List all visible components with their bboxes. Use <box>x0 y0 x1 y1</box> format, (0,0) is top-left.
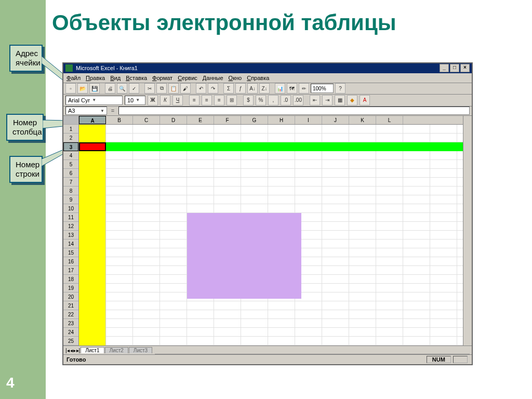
row-header[interactable]: 10 <box>63 204 78 213</box>
redo-icon[interactable]: ↷ <box>208 83 218 94</box>
menu-edit[interactable]: Правка <box>86 75 105 81</box>
row-header[interactable]: 7 <box>63 178 78 187</box>
selected-block[interactable] <box>187 213 301 299</box>
spell-icon[interactable]: ✓ <box>129 83 139 94</box>
column-header[interactable]: G <box>241 116 268 124</box>
inc-decimal-icon[interactable]: .0 <box>281 95 291 105</box>
column-header[interactable]: D <box>160 116 187 124</box>
undo-icon[interactable]: ↶ <box>196 83 206 94</box>
nav-last-icon[interactable]: ▸| <box>76 348 81 353</box>
row-header[interactable]: 18 <box>63 275 78 284</box>
name-box[interactable]: A3▼ <box>65 107 107 115</box>
menu-file[interactable]: Файл <box>66 75 81 81</box>
paste-icon[interactable]: 📋 <box>168 83 179 94</box>
equals-icon[interactable]: = <box>107 108 118 114</box>
cut-icon[interactable]: ✂ <box>144 83 155 94</box>
sheet-tab-1[interactable]: Лист1 <box>81 347 104 353</box>
nav-next-icon[interactable]: ▸ <box>73 348 76 353</box>
chart-icon[interactable]: 📊 <box>275 83 285 94</box>
underline-icon[interactable]: Ч <box>172 95 183 105</box>
row-header[interactable]: 20 <box>63 292 78 301</box>
column-header[interactable]: E <box>187 116 214 124</box>
map-icon[interactable]: 🗺 <box>287 83 297 94</box>
menu-tools[interactable]: Сервис <box>178 75 197 81</box>
column-header[interactable]: C <box>133 116 160 124</box>
row-header[interactable]: 12 <box>63 222 78 231</box>
row-header[interactable]: 22 <box>63 310 78 319</box>
column-header[interactable]: L <box>376 116 403 124</box>
row-header[interactable]: 4 <box>63 151 78 160</box>
close-button[interactable]: × <box>460 64 470 72</box>
font-combo[interactable]: Arial Cyr▼ <box>65 96 123 105</box>
menu-view[interactable]: Вид <box>110 75 121 81</box>
row-header[interactable]: 25 <box>63 337 78 345</box>
print-icon[interactable]: 🖨 <box>105 83 115 94</box>
bold-icon[interactable]: Ж <box>148 95 158 105</box>
format-painter-icon[interactable]: 🖌 <box>180 83 191 94</box>
column-header[interactable]: H <box>268 116 295 124</box>
menu-insert[interactable]: Вставка <box>126 75 147 81</box>
row-header[interactable]: 14 <box>63 240 78 248</box>
borders-icon[interactable]: ▦ <box>335 95 345 105</box>
active-cell[interactable] <box>79 142 106 151</box>
italic-icon[interactable]: К <box>160 95 170 105</box>
comma-icon[interactable]: , <box>268 95 278 105</box>
row-header[interactable]: 16 <box>63 257 78 266</box>
column-header[interactable]: A <box>79 116 106 124</box>
open-icon[interactable]: 📂 <box>77 83 88 94</box>
row-header[interactable]: 6 <box>63 169 78 178</box>
new-icon[interactable]: ▫ <box>65 83 76 94</box>
nav-first-icon[interactable]: |◂ <box>65 348 70 353</box>
align-right-icon[interactable]: ≡ <box>214 95 224 105</box>
font-color-icon[interactable]: A <box>360 95 370 105</box>
menu-format[interactable]: Формат <box>152 75 172 81</box>
align-left-icon[interactable]: ≡ <box>189 95 200 105</box>
align-center-icon[interactable]: ≡ <box>202 95 212 105</box>
row-header[interactable]: 24 <box>63 328 78 337</box>
dec-decimal-icon[interactable]: .00 <box>293 95 303 105</box>
fx-icon[interactable]: ƒ <box>235 83 246 94</box>
column-header[interactable]: F <box>214 116 241 124</box>
nav-prev-icon[interactable]: ◂ <box>70 348 73 353</box>
dec-indent-icon[interactable]: ⇤ <box>310 95 320 105</box>
zoom-combo[interactable]: 100% <box>311 84 334 93</box>
row-header[interactable]: 19 <box>63 284 78 292</box>
help-icon[interactable]: ? <box>335 83 345 94</box>
row-header[interactable]: 5 <box>63 160 78 169</box>
fill-color-icon[interactable]: ◆ <box>347 95 357 105</box>
sort-desc-icon[interactable]: Z↓ <box>259 83 270 94</box>
row-header[interactable]: 11 <box>63 213 78 222</box>
copy-icon[interactable]: ⧉ <box>156 83 167 94</box>
row-header[interactable]: 23 <box>63 319 78 328</box>
formula-input[interactable] <box>118 107 470 115</box>
currency-icon[interactable]: $ <box>243 95 254 105</box>
cells-area[interactable] <box>79 125 463 345</box>
row-header[interactable]: 21 <box>63 301 78 310</box>
column-header[interactable]: I <box>295 116 322 124</box>
column-header[interactable]: K <box>349 116 376 124</box>
menu-data[interactable]: Данные <box>203 75 223 81</box>
row-header[interactable]: 8 <box>63 187 78 195</box>
preview-icon[interactable]: 🔍 <box>117 83 127 94</box>
inc-indent-icon[interactable]: ⇥ <box>322 95 332 105</box>
sort-asc-icon[interactable]: A↓ <box>247 83 258 94</box>
maximize-button[interactable]: □ <box>450 64 459 72</box>
drawing-icon[interactable]: ✏ <box>299 83 309 94</box>
size-combo[interactable]: 10▼ <box>125 96 145 105</box>
row-header[interactable]: 1 <box>63 125 78 134</box>
hscroll-area[interactable] <box>155 346 470 354</box>
percent-icon[interactable]: % <box>256 95 266 105</box>
row-header[interactable]: 15 <box>63 248 78 257</box>
column-header[interactable]: J <box>322 116 349 124</box>
autosum-icon[interactable]: Σ <box>223 83 234 94</box>
menu-help[interactable]: Справка <box>247 75 269 81</box>
vertical-scrollbar[interactable] <box>463 116 472 345</box>
sheet-tab-3[interactable]: Лист3 <box>129 347 152 353</box>
menu-window[interactable]: Окно <box>229 75 242 81</box>
sheet-tab-2[interactable]: Лист2 <box>105 347 128 353</box>
merge-icon[interactable]: ⊞ <box>227 95 237 105</box>
minimize-button[interactable]: _ <box>440 64 449 72</box>
row-header[interactable]: 13 <box>63 231 78 240</box>
row-header[interactable]: 9 <box>63 195 78 204</box>
row-header[interactable]: 17 <box>63 266 78 275</box>
